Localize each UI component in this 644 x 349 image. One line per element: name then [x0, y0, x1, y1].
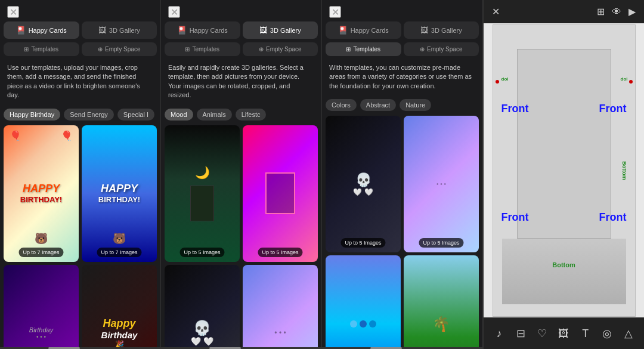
category-mood[interactable]: Mood [165, 109, 193, 121]
panel3-close-button[interactable]: ✕ [329, 6, 341, 18]
panel2-description: Easily and rapidly create 3D galleries. … [161, 58, 321, 105]
card-badge-gallery2: Up to 5 Images [258, 248, 302, 257]
templates-icon-1: ⊞ [24, 46, 29, 52]
sub-tab-empty-space-label-1: Empty Space [105, 46, 140, 52]
toolbar-music-button[interactable]: ♪ [490, 324, 509, 343]
toolbar-heart-button[interactable]: ♡ [532, 324, 552, 343]
tab-3d-gallery-label-1: 3D Gallery [109, 27, 140, 34]
card-gallery1[interactable]: 🌙 Up to 5 Images [165, 125, 240, 262]
3d-gallery-icon-2: 🖼 [259, 26, 267, 35]
panel3-sub-tab-row: ⊞ Templates ⊕ Empty Space [322, 42, 482, 58]
viewer-green-text-tr: dol [621, 76, 628, 82]
card-badge-tmpl2: Up to 5 Images [419, 238, 463, 248]
tab-happy-cards-label-2: Happy Cards [190, 27, 228, 34]
panel1-close-button[interactable]: ✕ [7, 6, 19, 18]
tab-3d-gallery-label-3: 3D Gallery [431, 27, 462, 34]
tab-happy-cards-1[interactable]: 🎴 Happy Cards [4, 21, 79, 39]
sub-tab-templates-1[interactable]: ⊞ Templates [4, 42, 79, 56]
panel-3d-gallery: ✕ 🎴 Happy Cards 🖼 3D Gallery ⊞ Templates [161, 0, 322, 349]
viewer-controls: ⊞ 👁 ▶ [597, 6, 636, 17]
panel1-tab-row: 🎴 Happy Cards 🖼 3D Gallery [0, 21, 160, 42]
panel2-grid-inner: 🌙 Up to 5 Images Up to 5 Images 💀 [165, 125, 318, 347]
tab-happy-cards-2[interactable]: 🎴 Happy Cards [165, 21, 240, 39]
card-badge-gallery1: Up to 5 Images [179, 248, 224, 257]
viewer-3d-area: dol dol Front Front Front Front Bottom B… [484, 23, 644, 317]
sub-tab-empty-space-label-3: Empty Space [427, 46, 462, 52]
panel3-close-row: ✕ [322, 0, 482, 21]
panel1-grid-inner: 🎈 🎈 HAPPY BIRTHDAY! 🐻 Up to 7 Images HAP… [4, 125, 157, 347]
card-tmpl2[interactable]: • • • Up to 5 Images [404, 116, 479, 252]
sub-tab-templates-2[interactable]: ⊞ Templates [165, 42, 240, 56]
panel3-grid: 💀 🤍 🤍 Up to 5 Images • • • Up to 5 Image… [322, 113, 482, 347]
tab-happy-cards-label-1: Happy Cards [29, 27, 67, 34]
toolbar-text-button[interactable]: T [576, 324, 595, 343]
sub-tab-empty-space-3[interactable]: ⊕ Empty Space [404, 42, 479, 56]
happy-cards-icon-3: 🎴 [338, 26, 348, 35]
card-hb1[interactable]: 🎈 🎈 HAPPY BIRTHDAY! 🐻 Up to 7 Images [4, 125, 79, 262]
card-gallery4[interactable]: • • • [243, 265, 318, 347]
panel2-close-row: ✕ [161, 0, 321, 21]
card-badge-tmpl1: Up to 5 Images [340, 238, 385, 248]
sub-tab-templates-label-1: Templates [31, 46, 58, 52]
tab-3d-gallery-label-2: 3D Gallery [270, 27, 301, 34]
viewer-close-button[interactable]: ✕ [492, 6, 500, 17]
templates-icon-2: ⊞ [185, 46, 190, 52]
tab-happy-cards-label-3: Happy Cards [351, 27, 389, 34]
toolbar-sticker-button[interactable]: ◎ [597, 324, 617, 343]
panel1-categories: Happy Birthday Send Energy Special I [0, 105, 160, 123]
tab-3d-gallery-1[interactable]: 🖼 3D Gallery [82, 21, 157, 39]
category-send-energy[interactable]: Send Energy [64, 109, 114, 121]
toolbar-shape-button[interactable]: △ [619, 324, 638, 343]
panel3-tab-row: 🎴 Happy Cards 🖼 3D Gallery [322, 21, 482, 42]
toolbar-image-button[interactable]: 🖼 [554, 324, 573, 343]
category-animals[interactable]: Animals [197, 109, 232, 121]
panel-happy-cards: ✕ 🎴 Happy Cards 🖼 3D Gallery ⊞ Templates [0, 0, 161, 349]
panel2-tab-row: 🎴 Happy Cards 🖼 3D Gallery [161, 21, 321, 42]
card-gallery2[interactable]: Up to 5 Images [243, 125, 318, 262]
sub-tab-templates-3[interactable]: ⊞ Templates [326, 42, 401, 56]
toolbar-frame-button[interactable]: ⊟ [511, 324, 530, 343]
panel1-description: Use our templates, upload your images, c… [0, 58, 160, 105]
panel3-header: ✕ 🎴 Happy Cards 🖼 3D Gallery ⊞ Templates [322, 0, 482, 58]
card-gallery3[interactable]: 💀 🤍 🤍 [165, 265, 240, 347]
sub-tab-empty-space-label-2: Empty Space [266, 46, 301, 52]
tab-happy-cards-3[interactable]: 🎴 Happy Cards [326, 21, 401, 39]
card-hb2[interactable]: HAPPY BIRTHDAY! 🐻 Up to 7 Images [82, 125, 157, 262]
category-special[interactable]: Special I [117, 109, 154, 121]
card-tmpl3[interactable] [326, 255, 401, 347]
category-lifestyle[interactable]: Lifestc [236, 109, 267, 121]
panel2-categories: Mood Animals Lifestc [161, 105, 321, 123]
panel3-grid-inner: 💀 🤍 🤍 Up to 5 Images • • • Up to 5 Image… [326, 116, 479, 347]
happy-cards-icon-1: 🎴 [16, 26, 26, 35]
panel2-header: ✕ 🎴 Happy Cards 🖼 3D Gallery ⊞ Templates [161, 0, 321, 58]
category-abstract[interactable]: Abstract [360, 99, 396, 111]
panel1-close-row: ✕ [0, 0, 160, 21]
panel2-close-button[interactable]: ✕ [168, 6, 180, 18]
sub-tab-templates-label-3: Templates [353, 46, 380, 52]
tab-3d-gallery-3[interactable]: 🖼 3D Gallery [404, 21, 479, 39]
3d-gallery-icon-1: 🖼 [98, 26, 106, 35]
viewer-label-front-br: Front [599, 211, 627, 224]
card-badge-hb1: Up to 7 Images [18, 248, 63, 257]
tab-3d-gallery-2[interactable]: 🖼 3D Gallery [243, 21, 318, 39]
category-happy-birthday[interactable]: Happy Birthday [4, 109, 60, 121]
category-colors[interactable]: Colors [326, 99, 357, 111]
sub-tab-empty-space-2[interactable]: ⊕ Empty Space [243, 42, 318, 56]
viewer-header: ✕ ⊞ 👁 ▶ [484, 0, 644, 23]
viewer-label-front-bl: Front [501, 211, 529, 224]
templates-icon-3: ⊞ [346, 46, 351, 52]
viewer-play-button[interactable]: ▶ [628, 6, 636, 17]
viewer-label-front-tl: Front [501, 103, 529, 115]
card-tmpl1[interactable]: 💀 🤍 🤍 Up to 5 Images [326, 116, 401, 252]
card-bday3[interactable]: Birthday • • • [4, 265, 79, 347]
panel-templates: ✕ 🎴 Happy Cards 🖼 3D Gallery ⊞ Templates [322, 0, 483, 349]
viewer-panel: ✕ ⊞ 👁 ▶ dol dol Front Front Front Front [483, 0, 644, 349]
card-tmpl4[interactable]: 🌴 [404, 255, 479, 347]
viewer-eye-button[interactable]: 👁 [612, 7, 621, 17]
card-bday4[interactable]: Happy Birthday 🎉 [82, 265, 157, 347]
sub-tab-empty-space-1[interactable]: ⊕ Empty Space [82, 42, 157, 56]
viewer-label-front-tr: Front [599, 103, 627, 115]
category-nature[interactable]: Nature [400, 99, 431, 111]
panel2-grid: 🌙 Up to 5 Images Up to 5 Images 💀 [161, 123, 321, 347]
viewer-grid-button[interactable]: ⊞ [597, 6, 605, 17]
